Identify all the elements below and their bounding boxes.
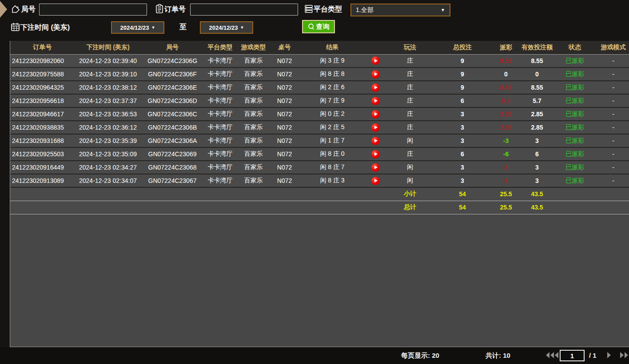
platform-type-select[interactable]: 1.全部 ▼	[350, 4, 450, 16]
cell-total-bet: 3	[434, 174, 490, 187]
cell-bet-time: 2024-12-23 02:34:27	[75, 161, 141, 174]
cell-table-no: N072	[270, 107, 299, 121]
col-header-platform: 平台类型	[203, 41, 237, 54]
cell-payout: 0	[490, 67, 522, 81]
cell-total-bet: 9	[434, 54, 490, 67]
date-to-picker[interactable]: 2024/12/23 ▼	[200, 21, 253, 34]
cell-payout: 5.7	[490, 94, 522, 107]
cell-payout: -6	[490, 147, 522, 161]
col-header-time: 下注时间 (美东)	[75, 41, 141, 54]
cell-result: 闲 8 庄 0	[299, 147, 366, 161]
play-video-icon[interactable]	[371, 56, 380, 65]
date-from-picker[interactable]: 2024/12/23 ▼	[111, 21, 164, 34]
per-page-label: 每页显示: 20	[401, 352, 439, 360]
cell-video	[366, 147, 386, 161]
play-video-icon[interactable]	[371, 83, 380, 92]
cell-play-type: 闲	[386, 161, 434, 174]
cell-play-type: 庄	[386, 81, 434, 94]
cell-game-type: 百家乐	[237, 81, 270, 94]
page-number-input[interactable]	[560, 350, 585, 361]
col-header-play: 玩法	[386, 41, 434, 54]
subtotal-payout: 25.5	[490, 187, 522, 201]
cell-table-no: N072	[270, 67, 299, 81]
tag-icon	[12, 5, 20, 16]
cell-play-type: 庄	[386, 121, 434, 134]
table-row: 241223020925503 2024-12-23 02:35:09 GN07…	[10, 147, 629, 161]
col-header-valid: 有效投注额	[522, 41, 553, 54]
cell-result: 闲 0 庄 2	[299, 107, 366, 121]
status-badge: 已派彩	[553, 94, 597, 107]
cell-play-type: 庄	[386, 67, 434, 81]
cell-play-type: 闲	[386, 174, 434, 187]
play-video-icon[interactable]	[371, 123, 380, 132]
cell-round-no: GN07224C2306G	[141, 54, 203, 67]
order-no-input[interactable]	[190, 4, 298, 16]
next-page-button[interactable]	[607, 352, 611, 358]
orders-table-panel: 订单号 下注时间 (美东) 局号 平台类型 游戏类型 桌号 结果 玩法 总投注 …	[10, 41, 629, 347]
cell-total-bet: 3	[434, 134, 490, 147]
col-header-result: 结果	[299, 41, 366, 54]
cell-platform: 卡卡湾厅	[203, 54, 237, 67]
cell-round-no: GN07224C2306E	[141, 81, 203, 94]
cell-result: 闲 3 庄 9	[299, 54, 366, 67]
play-video-icon[interactable]	[371, 97, 380, 105]
cell-play-type: 庄	[386, 147, 434, 161]
play-video-icon[interactable]	[371, 110, 380, 119]
total-label: 总计	[386, 201, 434, 214]
cell-payout: 3	[490, 161, 522, 174]
cell-round-no: GN07224C23068	[141, 161, 203, 174]
cell-payout: 3	[490, 174, 522, 187]
cell-video	[366, 174, 386, 187]
cell-table-no: N072	[270, 121, 299, 134]
cell-game-type: 百家乐	[237, 94, 270, 107]
cell-payout: 2.85	[490, 107, 522, 121]
cell-order-no: 241223020946617	[10, 107, 75, 121]
query-button[interactable]: 查询	[302, 20, 335, 33]
platform-list-icon	[304, 4, 313, 15]
play-video-icon[interactable]	[371, 137, 380, 145]
cell-result: 闲 8 庄 7	[299, 161, 366, 174]
cell-round-no: GN07224C23067	[141, 174, 203, 187]
play-video-icon[interactable]	[371, 70, 380, 79]
chevron-down-icon: ▼	[240, 25, 244, 30]
cell-platform: 卡卡湾厅	[203, 147, 237, 161]
cell-table-no: N072	[270, 174, 299, 187]
cell-game-type: 百家乐	[237, 134, 270, 147]
game-no-input[interactable]	[39, 4, 147, 16]
cell-result: 闲 8 庄 3	[299, 174, 366, 187]
cell-table-no: N072	[270, 94, 299, 107]
col-header-game: 游戏类型	[237, 41, 270, 54]
order-no-label: 订单号	[164, 5, 186, 14]
play-video-icon[interactable]	[371, 177, 380, 185]
cell-bet-time: 2024-12-23 02:37:37	[75, 94, 141, 107]
cell-order-no: 241223020956618	[10, 94, 75, 107]
panel-collapse-arrow-icon[interactable]	[0, 1, 7, 18]
cell-round-no: GN07224C2306A	[141, 134, 203, 147]
prev-page-button[interactable]	[554, 352, 559, 358]
cell-result: 闲 1 庄 7	[299, 134, 366, 147]
status-badge: 已派彩	[553, 147, 597, 161]
cell-order-no: 241223020913089	[10, 174, 75, 187]
play-video-icon[interactable]	[371, 163, 380, 172]
cell-play-type: 庄	[386, 54, 434, 67]
first-page-button[interactable]	[545, 352, 554, 358]
last-page-button[interactable]	[620, 352, 629, 358]
cell-payout: 8.55	[490, 81, 522, 94]
cell-total-bet: 3	[434, 121, 490, 134]
cell-table-no: N072	[270, 81, 299, 94]
cell-platform: 卡卡湾厅	[203, 134, 237, 147]
cell-game-mode: -	[597, 161, 629, 174]
cell-order-no: 241223020982060	[10, 54, 75, 67]
status-badge: 已派彩	[553, 174, 597, 187]
table-row: 241223020916449 2024-12-23 02:34:27 GN07…	[10, 161, 629, 174]
cell-order-no: 241223020925503	[10, 147, 75, 161]
cell-platform: 卡卡湾厅	[203, 81, 237, 94]
cell-video	[366, 161, 386, 174]
table-row: 241223020938835 2024-12-23 02:36:12 GN07…	[10, 121, 629, 134]
total-valid: 43.5	[522, 201, 553, 214]
calendar-icon	[11, 22, 20, 33]
play-video-icon[interactable]	[371, 150, 380, 158]
cell-valid-bet: 8.55	[522, 54, 553, 67]
cell-bet-time: 2024-12-23 02:38:12	[75, 81, 141, 94]
col-header-payout: 派彩	[490, 41, 522, 54]
